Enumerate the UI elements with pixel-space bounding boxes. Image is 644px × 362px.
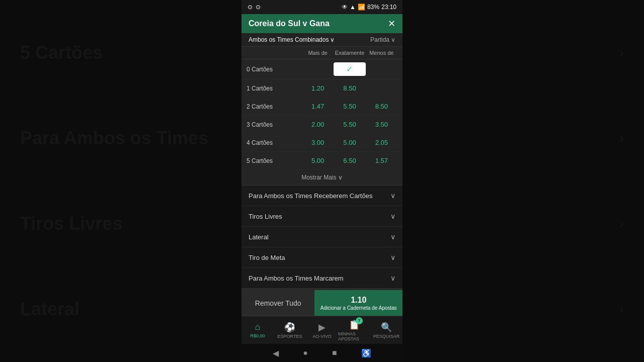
status-right: 👁 ▲ 📶 83% 23:10 [342, 4, 396, 11]
eye-icon: 👁 [342, 4, 348, 11]
table-row-2: 2 Cartões 1.47 5.50 8.50 [242, 98, 403, 116]
signal-icon: 📶 [358, 4, 365, 11]
section-both-teams-cards[interactable]: Para Ambos os Times Receberem Cartões ∨ [242, 186, 403, 206]
modal-header: Coreia do Sul v Gana ✕ [242, 14, 403, 33]
nav-item-live[interactable]: ▶ AO-VIVO [306, 316, 338, 344]
odds-btn-2-maisde[interactable]: 1.47 [302, 101, 334, 112]
row-label-0: 0 Cartões [247, 66, 302, 73]
odds-btn-5-menosde[interactable]: 1.57 [366, 155, 397, 166]
section-both-teams-score-label: Para Ambos os Times Marcarem [249, 275, 344, 282]
odds-btn-1-exatamente[interactable]: 8.50 [334, 82, 365, 94]
cell-4-maisde[interactable]: 3.00 [302, 137, 334, 148]
cell-1-maisde[interactable]: 1.20 [302, 82, 334, 94]
android-recent-button[interactable]: ■ [332, 348, 337, 357]
table-row-5: 5 Cartões 5.00 6.50 1.57 [242, 152, 403, 170]
nav-label-mybets: MINHAS APOSTAS [338, 331, 370, 341]
sub-tab-partida[interactable]: Partida ∨ [370, 36, 395, 43]
cell-3-menosde[interactable]: 3.50 [366, 119, 397, 130]
time-label: 23:10 [381, 4, 396, 11]
remove-all-button[interactable]: Remover Tudo [242, 290, 314, 316]
nav-item-home[interactable]: ⌂ R$0,00 [242, 316, 274, 344]
col-header-menosde: Menos de [366, 50, 397, 56]
show-more-button[interactable]: Mostrar Mais ∨ [242, 170, 403, 186]
table-row-0: 0 Cartões ✓ [242, 59, 403, 79]
home-icon: ⌂ [255, 322, 261, 332]
odds-btn-1-maisde[interactable]: 1.20 [302, 82, 334, 94]
nav-label-live: AO-VIVO [312, 334, 332, 339]
close-button[interactable]: ✕ [388, 19, 395, 28]
section-both-teams-score-chevron: ∨ [390, 274, 395, 282]
action-bar: Remover Tudo 1.10 Adicionar a Caderneta … [242, 290, 403, 316]
section-lateral-label: Lateral [249, 233, 269, 241]
odds-btn-2-exatamente[interactable]: 5.50 [334, 101, 365, 112]
col-header-exatamente: Exatamente [334, 50, 365, 56]
section-lateral[interactable]: Lateral ∨ [242, 227, 403, 247]
col-header-maisde: Mais de [302, 50, 334, 56]
cell-0-exatamente[interactable]: ✓ [334, 62, 365, 76]
mybets-badge-container: 📋 7 [349, 319, 360, 330]
odds-btn-3-maisde[interactable]: 2.00 [302, 119, 334, 130]
android-back-button[interactable]: ◀ [273, 348, 279, 358]
odds-btn-4-exatamente[interactable]: 5.00 [334, 137, 365, 148]
add-bet-label: Adicionar a Caderneta de Apostas [320, 305, 397, 311]
android-nav: ◀ ● ■ ♿ [242, 344, 403, 362]
odds-btn-0-exatamente[interactable]: ✓ [334, 62, 365, 76]
cards-table: Mais de Exatamente Menos de 0 Cartões ✓ … [242, 47, 403, 186]
section-tiros-livres[interactable]: Tiros Livres ∨ [242, 206, 403, 227]
status-icon-1: ⊙ [248, 4, 253, 11]
battery-label: 83% [367, 4, 379, 11]
odds-btn-3-exatamente[interactable]: 5.50 [334, 119, 365, 130]
table-row-1: 1 Cartões 1.20 8.50 [242, 79, 403, 98]
modal-container: ⊙ ⊙ 👁 ▲ 📶 83% 23:10 Coreia do Sul v Gana… [242, 0, 403, 362]
col-header-label [247, 50, 302, 56]
add-odds-value: 1.10 [351, 296, 366, 305]
cell-1-exatamente[interactable]: 8.50 [334, 82, 365, 94]
odds-btn-4-menosde[interactable]: 2.05 [366, 137, 397, 148]
cell-5-maisde[interactable]: 5.00 [302, 155, 334, 166]
show-more-chevron: ∨ [338, 174, 343, 181]
section-both-teams-cards-chevron: ∨ [390, 192, 395, 200]
odds-btn-5-maisde[interactable]: 5.00 [302, 155, 334, 166]
section-lateral-chevron: ∨ [390, 233, 395, 241]
cell-2-exatamente[interactable]: 5.50 [334, 101, 365, 112]
odds-btn-5-exatamente[interactable]: 6.50 [334, 155, 365, 166]
add-to-betslip-button[interactable]: 1.10 Adicionar a Caderneta de Apostas [314, 290, 403, 316]
section-tiros-livres-chevron: ∨ [390, 212, 395, 220]
nav-item-search[interactable]: 🔍 PESQUISAR [370, 316, 403, 344]
row-label-1: 1 Cartões [247, 85, 302, 92]
modal-content[interactable]: Ambos os Times Combinados ∨ Partida ∨ Ma… [242, 33, 403, 290]
status-icon-2: ⊙ [256, 4, 261, 11]
cell-2-maisde[interactable]: 1.47 [302, 101, 334, 112]
sports-icon: ⚽ [284, 322, 295, 333]
show-more-label: Mostrar Mais [301, 174, 336, 181]
cell-5-exatamente[interactable]: 6.50 [334, 155, 365, 166]
modal-title: Coreia do Sul v Gana [249, 19, 330, 28]
cell-2-menosde[interactable]: 8.50 [366, 101, 397, 112]
odds-btn-3-menosde[interactable]: 3.50 [366, 119, 397, 130]
row-label-4: 4 Cartões [247, 139, 302, 146]
cell-3-exatamente[interactable]: 5.50 [334, 119, 365, 130]
row-label-3: 3 Cartões [247, 121, 302, 128]
odds-btn-4-maisde[interactable]: 3.00 [302, 137, 334, 148]
android-access-button[interactable]: ♿ [361, 348, 371, 358]
section-tiro-de-meta[interactable]: Tiro de Meta ∨ [242, 247, 403, 268]
nav-label-search: PESQUISAR [373, 334, 400, 339]
section-both-teams-cards-label: Para Ambos os Times Receberem Cartões [249, 192, 372, 200]
cell-4-menosde[interactable]: 2.05 [366, 137, 397, 148]
section-tiro-de-meta-label: Tiro de Meta [249, 254, 285, 261]
sub-tab-combined[interactable]: Ambos os Times Combinados ∨ [249, 36, 335, 43]
bottom-nav: ⌂ R$0,00 ⚽ ESPORTES ▶ AO-VIVO 📋 7 MINHAS… [242, 316, 403, 344]
table-row-4: 4 Cartões 3.00 5.00 2.05 [242, 134, 403, 152]
nav-label-home: R$0,00 [250, 333, 265, 338]
cell-3-maisde[interactable]: 2.00 [302, 119, 334, 130]
cell-5-menosde[interactable]: 1.57 [366, 155, 397, 166]
live-icon: ▶ [318, 322, 326, 333]
odds-btn-2-menosde[interactable]: 8.50 [366, 101, 397, 112]
nav-item-mybets[interactable]: 📋 7 MINHAS APOSTAS [338, 316, 370, 344]
section-both-teams-score[interactable]: Para Ambos os Times Marcarem ∨ [242, 268, 403, 289]
cell-4-exatamente[interactable]: 5.00 [334, 137, 365, 148]
sub-tab-combined-label: Ambos os Times Combinados [249, 36, 329, 43]
check-icon: ✓ [346, 65, 353, 73]
nav-item-sports[interactable]: ⚽ ESPORTES [274, 316, 306, 344]
android-home-button[interactable]: ● [303, 348, 308, 357]
